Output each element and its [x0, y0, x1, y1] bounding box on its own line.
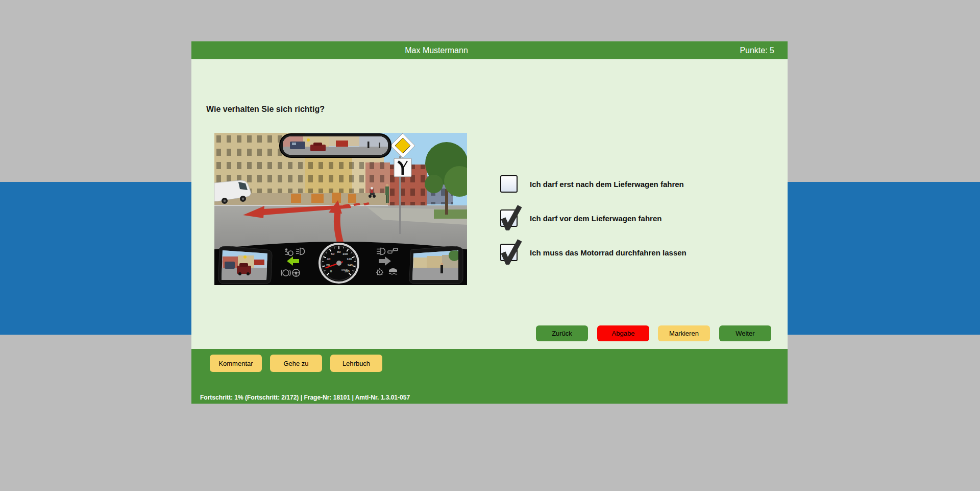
answer-option[interactable]: Ich darf erst nach dem Lieferwagen fahre…: [500, 175, 766, 193]
textbook-button[interactable]: Lehrbuch: [330, 355, 382, 372]
answer-label: Ich darf vor dem Lieferwagen fahren: [530, 214, 662, 223]
right-side-mirror: [409, 246, 463, 284]
exam-app-window: Max Mustermann Punkte: 5 Wie verhalten S…: [191, 41, 788, 404]
answer-label: Ich darf erst nach dem Lieferwagen fahre…: [530, 180, 684, 189]
answer-checkbox[interactable]: [500, 175, 518, 193]
answer-option[interactable]: Ich darf vor dem Lieferwagen fahren: [500, 209, 766, 227]
speedometer-unit-label: km/h: [341, 268, 348, 271]
checkmark-icon: [500, 237, 522, 265]
next-button[interactable]: Weiter: [719, 325, 771, 341]
scene-svg: 020406080100120140160 km/h: [214, 133, 467, 285]
speedometer: 020406080100120140160 km/h: [320, 244, 358, 283]
pedestrian: [385, 184, 389, 203]
svg-text:60: 60: [331, 252, 334, 255]
svg-text:80: 80: [337, 250, 341, 253]
rear-view-mirror: [280, 134, 391, 157]
svg-text:40: 40: [327, 257, 330, 261]
submit-button[interactable]: Abgabe: [597, 325, 649, 341]
goto-button[interactable]: Gehe zu: [270, 355, 322, 372]
left-side-mirror: [218, 246, 272, 284]
svg-text:0: 0: [330, 269, 332, 273]
app-header-bar: Max Mustermann Punkte: 5: [191, 41, 788, 59]
question-scene-image: 020406080100120140160 km/h: [214, 133, 467, 285]
progress-status-text: Fortschritt: 1% (Fortschritt: 2/172) | F…: [200, 394, 410, 401]
svg-text:140: 140: [347, 263, 353, 267]
back-button[interactable]: Zurück: [536, 325, 588, 341]
comment-button[interactable]: Kommentar: [210, 355, 262, 372]
app-footer-bar: Kommentar Gehe zu Lehrbuch Fortschritt: …: [191, 349, 788, 404]
mark-button[interactable]: Markieren: [658, 325, 710, 341]
priority-road-course-sign: [394, 158, 411, 177]
answer-label: Ich muss das Motorrad durchfahren lassen: [530, 248, 687, 257]
svg-text:100: 100: [342, 252, 348, 255]
answer-option[interactable]: Ich muss das Motorrad durchfahren lassen: [500, 244, 766, 261]
question-title: Wie verhalten Sie sich richtig?: [206, 105, 325, 114]
desktop-background: Max Mustermann Punkte: 5 Wie verhalten S…: [0, 0, 980, 491]
points-display: Punkte: 5: [740, 46, 774, 55]
checkmark-icon: [500, 203, 522, 230]
user-name: Max Mustermann: [405, 46, 468, 55]
svg-text:120: 120: [347, 257, 352, 261]
